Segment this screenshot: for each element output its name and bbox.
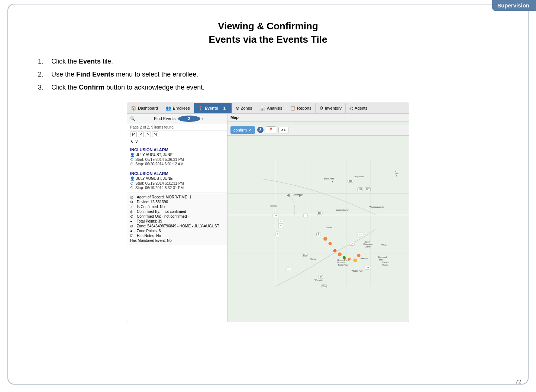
svg-text:−: − <box>280 224 282 227</box>
find-events-bar[interactable]: 🔍 Find Events 2 › <box>127 114 227 124</box>
nav-agents[interactable]: ◎ Agents <box>346 103 371 113</box>
nav-inventory[interactable]: ⚙ Inventory <box>316 103 346 113</box>
svg-text:Florida: Florida <box>310 258 317 260</box>
clock-icon-2: ⏱ <box>130 162 134 166</box>
main-card: Viewing & Confirming Events via the Even… <box>7 4 529 385</box>
svg-text:St: St <box>394 170 396 172</box>
nav-dashboard[interactable]: 🏠 Dashboard <box>127 103 162 113</box>
svg-point-62 <box>333 249 336 252</box>
nav-zones-label: Zones <box>241 106 252 110</box>
svg-text:+: + <box>280 220 282 223</box>
svg-text:Maybrook: Maybrook <box>355 175 364 178</box>
step-3: 3. Click the Confirm button to acknowled… <box>38 84 509 91</box>
zones-icon: ⊙ <box>236 106 239 111</box>
chevron-right-icon: › <box>202 116 224 121</box>
sort-controls: ∧ ∨ <box>127 138 227 145</box>
detail-total-points: ● Total Points: 39 <box>130 219 224 223</box>
enrollee-icon: 👤 <box>130 153 135 157</box>
svg-text:State Park: State Park <box>324 178 334 180</box>
event-1-enrollee: 👤 JULY-AUGUST, JUNE <box>130 153 224 157</box>
zone-points-icon: ● <box>130 229 135 233</box>
enrollee-icon-2: 👤 <box>130 176 135 181</box>
map-toolbar: Map <box>227 114 409 122</box>
svg-text:‹: ‹ <box>277 233 278 235</box>
svg-text:A: A <box>396 175 397 177</box>
event-1-stop: ⏱ Stop: 06/20/2014 6:01:12 AM <box>130 162 224 166</box>
enrollees-icon: 👥 <box>166 106 171 111</box>
svg-text:17M: 17M <box>273 214 277 217</box>
svg-point-60 <box>323 237 327 240</box>
svg-text:Inter: Inter <box>394 172 398 175</box>
event-2-stop: ⏱ Stop: 06/19/2014 5:32:31 PM <box>130 186 224 190</box>
inventory-icon: ⚙ <box>319 106 323 111</box>
nav-events[interactable]: 📍 Events 1 <box>194 103 232 113</box>
notes-icon: ☑ <box>130 234 135 238</box>
detail-zone: ⊙ Zone: 54646498796849 - HOME - JULY-AUG… <box>130 224 224 228</box>
svg-text:94: 94 <box>320 276 322 278</box>
nav-dashboard-label: Dashboard <box>138 106 158 110</box>
device-icon: ⚙ <box>130 200 135 204</box>
svg-text:Valley: Valley <box>382 263 388 266</box>
clock-icon-4: ⏱ <box>130 186 134 190</box>
svg-text:Blooming: Blooming <box>364 243 372 245</box>
steps-list: 1. Click the Events tile. 2. Use the Fin… <box>38 58 509 91</box>
map-svg-container: 416 208 207 17M 17 <box>227 125 409 322</box>
svg-text:Highland: Highland <box>378 256 387 258</box>
svg-point-68 <box>343 256 345 258</box>
screenshot-container: 🏠 Dashboard 👥 Enrollees 📍 Events 1 ⊙ Zon… <box>127 103 409 322</box>
svg-text:Grove: Grove <box>365 246 371 248</box>
svg-text:Washingtonville: Washingtonville <box>369 206 384 208</box>
svg-point-63 <box>338 252 342 256</box>
clock-icon-3: ⏱ <box>130 181 134 185</box>
confirm-button[interactable]: confirm ✓ <box>230 126 255 134</box>
svg-text:Woo...: Woo... <box>381 243 388 246</box>
svg-text:Warwick: Warwick <box>314 279 323 281</box>
svg-point-61 <box>329 242 332 245</box>
nav-events-label: Events <box>205 106 218 110</box>
detail-has-monitored: Has Monitored Event: No <box>130 239 224 243</box>
nav-reports[interactable]: 📋 Reports <box>286 103 316 113</box>
map-arrows-button[interactable]: <> <box>278 127 288 133</box>
nav-analysis[interactable]: 📊 Analysis <box>256 103 286 113</box>
svg-text:208: 208 <box>359 233 362 236</box>
svg-text:17A: 17A <box>322 285 326 287</box>
nav-reports-label: Reports <box>297 106 311 110</box>
first-page-button[interactable]: |< <box>130 132 137 137</box>
event-2-title: INCLUSION ALARM <box>130 171 224 176</box>
svg-text:Mountain: Mountain <box>337 261 346 263</box>
sort-asc-icon[interactable]: ∧ <box>130 139 133 144</box>
detail-zone-points: ● Zone Points: 3 <box>130 229 224 233</box>
event-details: ◎ Agent of Record: MORR-TIME_1 ⚙ Device:… <box>127 193 227 245</box>
svg-rect-0 <box>227 160 409 286</box>
nav-enrollees[interactable]: 👥 Enrollees <box>162 103 194 113</box>
svg-text:17M: 17M <box>365 266 369 269</box>
map-pin-button[interactable]: 📍 <box>266 126 276 133</box>
step-2: 2. Use the Find Events menu to select th… <box>38 71 509 78</box>
nav-zones[interactable]: ⊙ Zones <box>232 103 256 113</box>
svg-text:17A: 17A <box>303 253 307 256</box>
svg-text:416: 416 <box>349 179 352 182</box>
svg-text:Mills: Mills <box>379 258 384 260</box>
pagination-info: Page 2 of 2, 9 items found. <box>127 124 227 131</box>
find-events-badge: 2 <box>178 116 200 122</box>
page-title: Viewing & Confirming Events via the Even… <box>27 19 509 46</box>
nav-enrollees-label: Enrollees <box>173 106 190 110</box>
event-item-2[interactable]: INCLUSION ALARM 👤 JULY-AUGUST, JUNE ⏱ St… <box>127 169 227 193</box>
left-panel: 🔍 Find Events 2 › Page 2 of 2, 9 items f… <box>127 114 227 322</box>
svg-point-36 <box>332 181 333 182</box>
svg-text:Goshen: Goshen <box>325 226 332 229</box>
last-page-button[interactable]: >| <box>152 132 159 137</box>
next-page-button[interactable]: > <box>145 132 151 137</box>
svg-text:207: 207 <box>318 212 322 214</box>
detail-agent: ◎ Agent of Record: MORR-TIME_1 <box>130 195 224 199</box>
sort-desc-icon[interactable]: ∨ <box>135 139 138 144</box>
event-item-1[interactable]: INCLUSION ALARM 👤 JULY-AUGUST, JUNE ⏱ St… <box>127 145 227 169</box>
prev-page-button[interactable]: < <box>138 132 144 137</box>
svg-text:208: 208 <box>359 188 362 190</box>
page-number: 72 <box>515 379 521 385</box>
svg-point-67 <box>357 254 361 257</box>
zone-icon: ⊙ <box>130 224 135 228</box>
agent-icon: ◎ <box>130 195 135 199</box>
search-icon: 🔍 <box>130 116 152 121</box>
svg-text:Goose Pond: Goose Pond <box>337 259 349 261</box>
